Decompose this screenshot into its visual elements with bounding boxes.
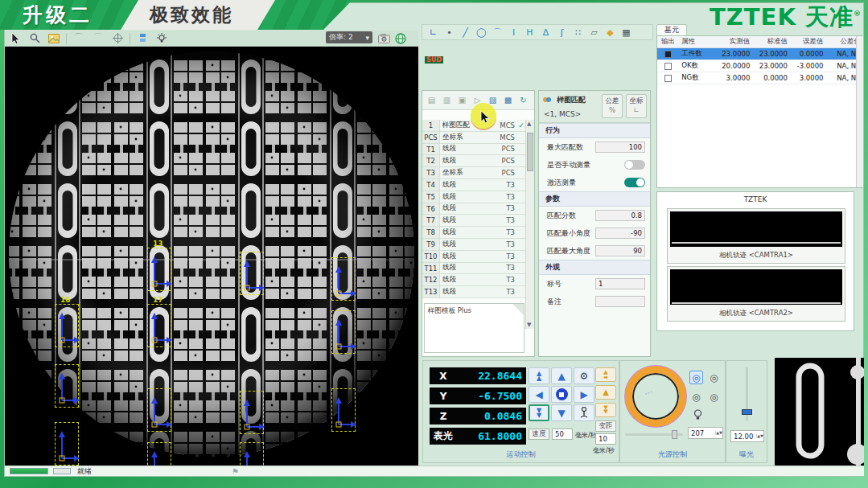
geometry-tool-icon[interactable]: ◯ [475, 27, 488, 38]
geometry-tool-icon[interactable]: ▦ [619, 27, 633, 38]
program-row[interactable]: PCS 坐标系 MCS ✓ [422, 132, 526, 144]
match-score-input[interactable]: 0.8 [595, 210, 645, 221]
results-scrollbar[interactable] [856, 36, 863, 187]
jog-right-button[interactable]: ▶ [574, 386, 594, 403]
program-row[interactable]: T7 线段 T3 ✓ [422, 215, 526, 227]
geometry-tool-icon[interactable]: ▱ [587, 27, 601, 38]
settings-gear-button[interactable]: ⚙ [574, 367, 594, 384]
joystick-button[interactable] [574, 404, 594, 421]
ring-light-dial[interactable] [625, 366, 686, 427]
image-tool-icon[interactable] [47, 32, 61, 45]
output-checkbox[interactable] [664, 63, 672, 70]
exposure-spinner[interactable]: 12.00 ▲▼ [730, 430, 764, 442]
z-top-button[interactable]: ▲▬ [595, 367, 616, 382]
step-input[interactable]: 10 [595, 433, 616, 445]
list-tool-icon[interactable]: ↻ [517, 94, 529, 106]
step-button[interactable]: 变距 [595, 420, 616, 432]
output-checkbox[interactable] [664, 51, 672, 58]
program-row[interactable]: T2 线段 PCS ✓ [422, 155, 526, 167]
status-progress-rest [53, 468, 71, 474]
light-intensity-slider[interactable] [625, 433, 683, 436]
z-up-button[interactable]: ▲ [595, 385, 616, 400]
list-tool-icon[interactable]: ▩ [502, 94, 514, 106]
inspector-title: 样图匹配 [557, 95, 586, 105]
cursor-tool-icon[interactable] [8, 32, 23, 45]
results-row[interactable]: NG数 3.0000 0.0000 3.0000 NA, NA [657, 72, 863, 84]
program-row[interactable]: T8 线段 T3 ✓ [422, 227, 526, 239]
jog-up-fast-button[interactable]: ▲▲ [529, 367, 549, 384]
geometry-tool-icon[interactable]: ╱ [459, 27, 472, 38]
jog-down-button[interactable]: ▼ [551, 404, 572, 421]
program-row[interactable]: T5 线段 T3 ✓ [422, 191, 526, 203]
geometry-tool-icon[interactable]: Η [523, 27, 537, 38]
geometry-tool-icon[interactable]: ⌒ [491, 27, 504, 39]
jog-up-button[interactable]: ▲ [551, 367, 572, 384]
geometry-tool-icon[interactable]: ∷ [571, 27, 585, 38]
spinner-arrows-icon[interactable]: ▲▼ [715, 431, 722, 435]
layers-tool-icon[interactable] [135, 32, 150, 45]
magnification-dropdown[interactable]: 倍率: 2▾ [326, 31, 372, 43]
ring-channel-2-icon[interactable]: ◎ [707, 371, 721, 384]
light-tool-icon[interactable] [154, 32, 169, 45]
list-tool-icon[interactable]: ▥ [441, 94, 453, 106]
geometry-tool-icon[interactable]: Ⅰ [507, 27, 520, 38]
speed-button[interactable]: 速度 [529, 429, 549, 440]
snapshot-button[interactable] [376, 32, 391, 45]
z-down-fast-button[interactable]: ▼▼ [595, 403, 616, 417]
match-mark-box [240, 442, 264, 465]
jog-down-fast-button[interactable]: ▼▼ [529, 404, 549, 421]
arc-measure-icon[interactable]: ⌒ [72, 32, 86, 45]
program-row[interactable]: T12 线段 T3 ✓ [422, 274, 526, 286]
coordinate-button[interactable]: 坐标∟ [626, 94, 647, 118]
globe-icon[interactable] [393, 32, 408, 45]
results-row[interactable]: 工件数 23.0000 23.0000 0.0000 NA, NA [657, 48, 863, 60]
exposure-slider[interactable] [746, 367, 748, 420]
ring-channel-1-icon[interactable]: ◎ [689, 371, 703, 384]
geometry-tool-icon[interactable]: ʃ [555, 27, 569, 38]
program-row[interactable]: T3 坐标系 PCS ✓ [422, 167, 526, 179]
curve-measure-icon[interactable]: ⌒ [91, 32, 105, 45]
zoom-tool-icon[interactable] [27, 32, 42, 45]
program-row[interactable]: T9 线段 T3 ✓ [422, 239, 526, 251]
note-input[interactable] [595, 296, 645, 307]
list-tool-icon[interactable]: ▤ [426, 94, 438, 106]
max-angle-input[interactable]: 90 [595, 245, 645, 256]
tolerance-button[interactable]: 公差% [602, 94, 623, 118]
light-value-spinner[interactable]: 207 ▲▼ [688, 427, 723, 439]
scrollbar-thumb[interactable] [527, 133, 533, 171]
camera-trajectory-2[interactable]: 相机轨迹 <CAMTRA2> [667, 266, 845, 322]
ring-channel-4-icon[interactable]: ◎ [707, 390, 721, 404]
geometry-tool-icon[interactable]: ∆ [539, 27, 553, 38]
lamp-icon[interactable] [691, 408, 705, 421]
stop-button[interactable] [551, 386, 572, 403]
program-row[interactable]: T10 线段 T3 ✓ [422, 251, 526, 263]
crosshair-tool-icon[interactable] [110, 32, 125, 45]
program-list-scrollbar[interactable]: ▲ ▼ [525, 120, 534, 329]
min-angle-input[interactable]: -90 [595, 228, 645, 239]
camera-trajectory-1[interactable]: 相机轨迹 <CAMTRA1> [667, 208, 845, 264]
geometry-tool-icon[interactable]: ∟ [426, 27, 440, 38]
active-measure-toggle[interactable] [624, 178, 645, 187]
geometry-tool-icon[interactable]: • [442, 27, 456, 38]
tab-primitives[interactable]: 基元 [656, 24, 687, 36]
spinner-arrows-icon[interactable]: ▲▼ [756, 434, 763, 438]
program-row[interactable]: T1 线段 PCS ✓ [422, 144, 526, 156]
program-row[interactable]: T6 线段 T3 ✓ [422, 203, 526, 215]
speed-input[interactable]: 50 [552, 429, 573, 440]
list-tool-icon[interactable]: ▣ [456, 94, 468, 106]
results-row[interactable]: OK数 20.0000 23.0000 -3.0000 NA, NA [657, 60, 863, 72]
axes-arrows-icon [241, 449, 265, 465]
program-row[interactable]: T13 线段 T3 ✓ [422, 286, 526, 298]
scroll-up-icon[interactable]: ▲ [527, 121, 531, 127]
program-row[interactable]: T4 线段 T3 ✓ [422, 179, 526, 191]
max-match-input[interactable]: 100 [595, 141, 645, 153]
geometry-tool-icon[interactable]: ◆ [603, 27, 617, 38]
tag-input[interactable]: 1 [595, 278, 645, 289]
camera-viewport[interactable]: 13 [5, 47, 418, 465]
scroll-down-icon[interactable]: ▼ [527, 322, 531, 328]
manual-measure-toggle[interactable] [624, 160, 645, 170]
ring-channel-3-icon[interactable]: ◎ [689, 390, 703, 404]
jog-left-button[interactable]: ◀ [529, 386, 549, 403]
program-row[interactable]: T11 线段 T3 ✓ [422, 263, 526, 275]
output-checkbox[interactable] [664, 75, 672, 82]
